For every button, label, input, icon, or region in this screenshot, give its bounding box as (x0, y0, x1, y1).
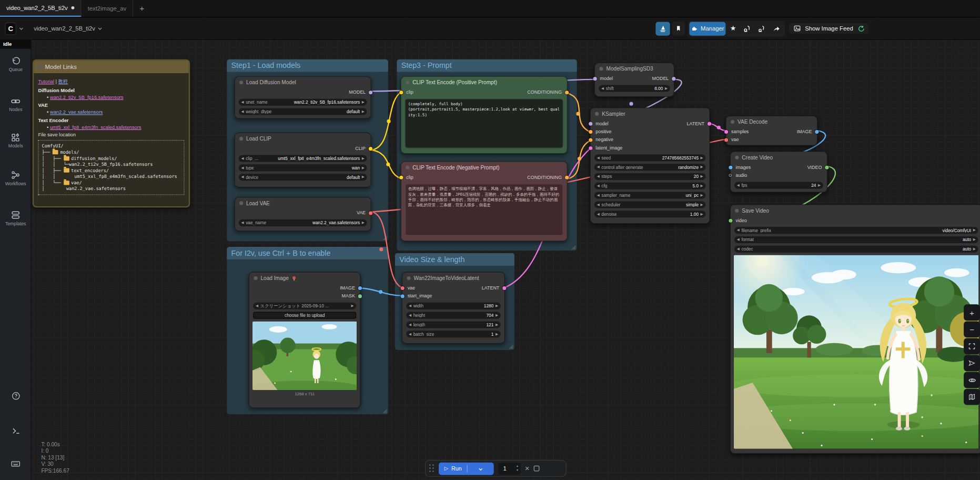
batch-count-input[interactable]: 1 ▴▾ (498, 462, 521, 475)
widget-device[interactable]: ◀devicedefault▶ (239, 174, 367, 181)
negative-prompt-textarea[interactable]: 色调艳丽，过曝，静态，细节模糊不清，字幕，风格，作品，画作，画面，静止，整体发灰… (405, 184, 563, 236)
sidebar-item-workflows[interactable]: Workflows (0, 170, 31, 186)
output-port-image[interactable] (815, 129, 819, 133)
widget-length[interactable]: ◀length121▶ (406, 321, 500, 328)
tutorial-link[interactable]: Tutorial (38, 79, 54, 85)
input-port-start-image[interactable] (401, 294, 405, 298)
manager-button[interactable]: Manager (689, 22, 725, 35)
group-step1-title[interactable]: Step1 - Load models (227, 59, 388, 72)
node-vae-decode[interactable]: VAE Decode samplesIMAGE vae (725, 116, 817, 146)
node-model-sampling-sd3[interactable]: ModelSamplingSD3 modelMODEL ◀shift8.00▶ (594, 63, 674, 97)
select-mode-button[interactable] (964, 355, 980, 372)
run-options-chevron-icon[interactable] (479, 467, 482, 471)
favorites-button[interactable]: ★ (727, 22, 740, 35)
input-port-samples[interactable] (724, 129, 728, 133)
widget-batch-size[interactable]: ◀batch_size1▶ (406, 331, 500, 337)
image-feed-toggle[interactable]: Show Image Feed (789, 23, 868, 34)
output-port-conditioning[interactable] (565, 91, 569, 94)
logo-menu-chevron-icon[interactable] (19, 26, 23, 29)
tab-video-wan2-2-5b-ti2v[interactable]: video_wan2_2_5B_ti2v (0, 0, 82, 17)
widget-seed[interactable]: ◀seed274785682553745▶ (594, 154, 705, 161)
collapse-dot[interactable] (239, 201, 243, 205)
collapse-dot[interactable] (731, 120, 734, 124)
collapse-dot[interactable] (407, 276, 410, 280)
collapse-dot[interactable] (735, 209, 739, 213)
output-port-model[interactable] (672, 76, 675, 80)
widget-sampler-name[interactable]: ◀sampler_nameuni_pc▶ (594, 192, 705, 199)
model-link[interactable]: wan2.2_vae.safetensors (50, 109, 103, 115)
input-port-model[interactable] (589, 122, 592, 125)
collapse-dot[interactable] (38, 65, 42, 69)
widget-format[interactable]: ◀formatauto▶ (734, 236, 978, 243)
comfyui-logo[interactable]: C (5, 22, 16, 35)
vacuum-button-b[interactable] (755, 22, 768, 35)
input-port-latent-image[interactable] (589, 146, 592, 149)
tab-text2image-av[interactable]: text2image_av (82, 0, 133, 17)
widget-filename-prefix[interactable]: ◀filename_prefixvideo/ComfyUI▶ (734, 227, 978, 234)
collapse-dot[interactable] (735, 156, 739, 159)
tutorial-cn-link[interactable]: 教程 (58, 79, 68, 85)
group-i2v-title[interactable]: For I2v, use Ctrl + B to enable (227, 247, 388, 259)
collapse-dot[interactable] (239, 81, 243, 84)
group-video-size-title[interactable]: Video Size & length (395, 253, 514, 266)
toggle-visibility-button[interactable] (964, 372, 980, 388)
run-button[interactable]: ▷ Run (439, 462, 494, 475)
output-port-image[interactable] (358, 286, 362, 289)
widget-denoise[interactable]: ◀denoise1.00▶ (594, 211, 705, 217)
widget-unet-name[interactable]: ◀unet_namewan2.2_ti2v_5B_fp16.safetensor… (239, 99, 367, 106)
node-ksampler[interactable]: KSampler modelLATENT positive negative l… (590, 107, 710, 224)
node-wan22-image-to-video-latent[interactable]: Wan22ImageToVideoLatent vaeLATENT start_… (402, 272, 505, 344)
widget-codec[interactable]: ◀codecauto▶ (734, 246, 978, 253)
positive-prompt-textarea[interactable]: (completely, full body) (portrait,portra… (405, 99, 563, 148)
model-link[interactable]: umt5_xxl_fp8_e4m3fn_scaled.safetensors (50, 124, 142, 130)
node-save-video[interactable]: Save Video video ◀filename_prefixvideo/C… (730, 204, 980, 454)
sidebar-item-shortcuts[interactable] (0, 459, 31, 469)
widget-width[interactable]: ◀width1280▶ (406, 303, 500, 309)
vacuum-button-a[interactable] (741, 22, 754, 35)
widget-cfg[interactable]: ◀cfg5.0▶ (594, 183, 705, 189)
sidebar-item-terminal[interactable] (0, 426, 31, 436)
workflow-name[interactable]: video_wan2_2_5B_ti2v (34, 25, 95, 32)
node-load-diffusion-model[interactable]: Load Diffusion Model MODEL ◀unet_namewan… (235, 76, 371, 119)
bookmark-button[interactable] (672, 22, 685, 35)
stop-button[interactable] (534, 466, 540, 472)
input-port-audio[interactable] (729, 174, 732, 177)
fit-view-button[interactable] (964, 338, 980, 354)
output-port-video[interactable] (825, 165, 829, 169)
widget-vae-name[interactable]: ◀vae_namewan2.2_vae.safetensors▶ (239, 219, 367, 226)
node-model-links-note[interactable]: Model Links Tutorial | 教程 Diffusion Mode… (33, 59, 190, 207)
zoom-in-button[interactable]: + (964, 304, 980, 321)
collapse-dot[interactable] (239, 137, 243, 141)
widget-fps[interactable]: ◀fps24▶ (734, 182, 823, 189)
collapse-dot[interactable] (406, 166, 409, 169)
widget-control-after-generate[interactable]: ◀control after generaterandomize▶ (594, 164, 705, 171)
widget-image-file[interactable]: ◀スクリーンショット 2025-09-10 ...▶ (253, 303, 356, 309)
collapse-dot[interactable] (254, 276, 257, 280)
widget-scheduler[interactable]: ◀schedulersimple▶ (594, 201, 705, 208)
output-port-model[interactable] (369, 91, 372, 94)
output-port-latent[interactable] (502, 286, 506, 289)
stepper-arrows-icon[interactable]: ▴▾ (517, 464, 518, 473)
output-port-clip[interactable] (369, 146, 372, 150)
output-port-conditioning[interactable] (565, 175, 569, 179)
collapse-dot[interactable] (599, 67, 603, 71)
input-port-positive[interactable] (589, 129, 592, 133)
output-port-vae[interactable] (369, 211, 372, 215)
collapse-dot[interactable] (595, 112, 599, 116)
input-port-vae[interactable] (724, 138, 728, 142)
node-load-clip[interactable]: Load CLIP CLIP ◀clip_...umt5_xxl_fp8_e4m… (235, 133, 371, 188)
input-port-vae[interactable] (401, 286, 405, 289)
widget-shift[interactable]: ◀shift8.00▶ (599, 85, 670, 92)
widget-height[interactable]: ◀height704▶ (406, 312, 500, 319)
input-port-clip[interactable] (399, 175, 403, 179)
node-create-video[interactable]: Create Video imagesVIDEO audio ◀fps24▶ (730, 151, 827, 192)
new-tab-button[interactable]: + (133, 0, 150, 17)
drag-handle-icon[interactable] (429, 464, 435, 472)
node-load-image[interactable]: Load Image IMAGE MASK ◀スクリーンショット 2025-09… (249, 272, 361, 408)
workflow-chevron-icon[interactable] (98, 26, 102, 29)
output-port-mask[interactable] (358, 294, 362, 298)
widget-type[interactable]: ◀typewan▶ (239, 164, 367, 171)
sidebar-item-models[interactable]: Models (0, 133, 31, 149)
widget-steps[interactable]: ◀steps20▶ (594, 173, 705, 180)
upload-button[interactable]: choose file to upload (253, 312, 356, 319)
